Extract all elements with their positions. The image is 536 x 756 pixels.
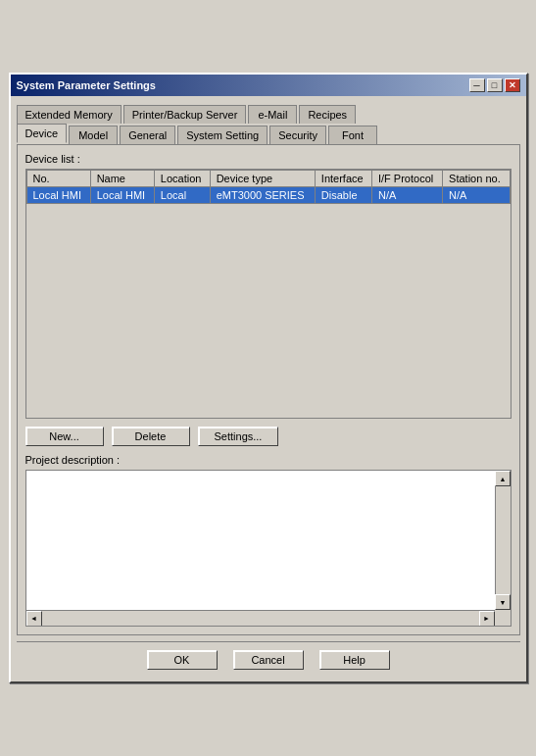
scroll-left-button[interactable]: ◄ bbox=[26, 611, 42, 627]
close-button[interactable]: ✕ bbox=[505, 78, 520, 92]
help-button[interactable]: Help bbox=[319, 650, 390, 670]
window-title: System Parameter Settings bbox=[17, 79, 156, 91]
tab-font[interactable]: Font bbox=[328, 126, 377, 145]
action-button-row: New... Delete Settings... bbox=[25, 427, 512, 446]
cell-device-type: eMT3000 SERIES bbox=[210, 187, 315, 204]
title-bar: System Parameter Settings ─ □ ✕ bbox=[11, 75, 526, 96]
description-textarea[interactable] bbox=[26, 471, 495, 626]
cancel-button[interactable]: Cancel bbox=[233, 650, 304, 670]
cell-station-no: N/A bbox=[443, 187, 510, 204]
cell-interface: Disable bbox=[315, 187, 371, 204]
tab-printer-backup[interactable]: Printer/Backup Server bbox=[123, 105, 247, 124]
maximize-button[interactable]: □ bbox=[487, 78, 503, 92]
tabs-row-1: Extended Memory Printer/Backup Server e-… bbox=[17, 102, 520, 121]
tab-system-setting[interactable]: System Setting bbox=[177, 126, 268, 145]
col-header-device-type: Device type bbox=[210, 171, 315, 187]
scroll-corner bbox=[495, 610, 511, 626]
scroll-right-button[interactable]: ► bbox=[479, 611, 495, 627]
cell-location: Local bbox=[154, 187, 210, 204]
col-header-name: Name bbox=[90, 171, 154, 187]
tab-general[interactable]: General bbox=[120, 126, 175, 145]
scroll-up-button[interactable]: ▲ bbox=[495, 471, 511, 486]
title-buttons: ─ □ ✕ bbox=[469, 78, 520, 92]
new-button[interactable]: New... bbox=[25, 427, 104, 446]
vertical-scrollbar[interactable]: ▲ ▼ bbox=[495, 471, 511, 610]
cell-if-protocol: N/A bbox=[371, 187, 442, 204]
tabs-row-2: Device Model General System Setting Secu… bbox=[17, 123, 520, 142]
horizontal-scrollbar[interactable]: ◄ ► bbox=[26, 610, 495, 626]
table-row[interactable]: Local HMI Local HMI Local eMT3000 SERIES… bbox=[26, 187, 510, 204]
tab-recipes[interactable]: Recipes bbox=[299, 105, 356, 124]
tab-extended-memory[interactable]: Extended Memory bbox=[17, 105, 122, 124]
description-area-wrapper: ▲ ▼ ◄ ► bbox=[25, 470, 512, 627]
col-header-location: Location bbox=[154, 171, 210, 187]
col-header-no: No. bbox=[26, 171, 90, 187]
device-table: No. Name Location Device type Interface … bbox=[26, 170, 511, 204]
delete-button[interactable]: Delete bbox=[112, 427, 190, 446]
device-table-wrapper[interactable]: No. Name Location Device type Interface … bbox=[25, 169, 512, 419]
tab-security[interactable]: Security bbox=[269, 126, 326, 145]
tab-panel: Device list : No. Name Location Device t… bbox=[17, 144, 520, 635]
ok-button[interactable]: OK bbox=[147, 650, 218, 670]
tab-device[interactable]: Device bbox=[17, 124, 68, 143]
settings-button[interactable]: Settings... bbox=[198, 427, 279, 446]
col-header-interface: Interface bbox=[315, 171, 371, 187]
cell-no: Local HMI bbox=[26, 187, 90, 204]
tab-email[interactable]: e-Mail bbox=[248, 105, 297, 124]
minimize-button[interactable]: ─ bbox=[469, 78, 485, 92]
col-header-if-protocol: I/F Protocol bbox=[371, 171, 442, 187]
main-window: System Parameter Settings ─ □ ✕ Extended… bbox=[9, 73, 528, 683]
cell-name: Local HMI bbox=[90, 187, 154, 204]
tab-model[interactable]: Model bbox=[69, 126, 118, 145]
scroll-down-button[interactable]: ▼ bbox=[495, 594, 511, 610]
project-description-label: Project description : bbox=[25, 454, 512, 466]
bottom-button-row: OK Cancel Help bbox=[17, 641, 520, 676]
device-list-label: Device list : bbox=[25, 153, 512, 165]
window-body: Extended Memory Printer/Backup Server e-… bbox=[11, 96, 526, 681]
col-header-station-no: Station no. bbox=[443, 171, 510, 187]
